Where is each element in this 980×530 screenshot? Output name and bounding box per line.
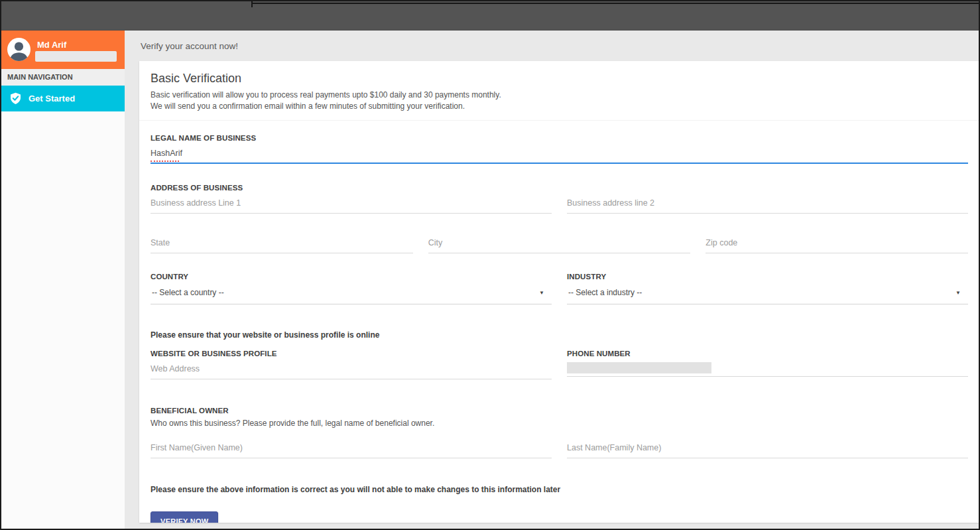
- owner-names-row: [151, 434, 968, 458]
- card-title: Basic Verification: [151, 72, 967, 86]
- legal-name-group: LEGAL NAME OF BUSINESS: [151, 134, 968, 164]
- verification-card: Basic Verification Basic verification wi…: [139, 61, 979, 523]
- card-description-line2: We will send you a confirmation email wi…: [151, 101, 967, 111]
- address-row-2: [151, 232, 968, 253]
- page-notice: Verify your account now!: [125, 31, 979, 61]
- address-row-1: [151, 192, 968, 214]
- zip-code-input[interactable]: [705, 232, 968, 253]
- chevron-down-icon: ▼: [539, 290, 544, 296]
- beneficial-owner-hint: Who owns this business? Please provide t…: [151, 419, 968, 428]
- verify-now-button[interactable]: VERIFY NOW: [151, 511, 218, 523]
- user-panel: Md Arif: [1, 31, 125, 69]
- background-window-edge-corner: [251, 1, 253, 7]
- country-label: COUNTRY: [151, 273, 552, 281]
- legal-name-input[interactable]: [151, 142, 968, 164]
- industry-select[interactable]: -- Select a industry -- ▼: [567, 281, 968, 304]
- sidebar-section-label: MAIN NAVIGATION: [1, 69, 125, 86]
- background-window-edge: [252, 3, 979, 4]
- final-warning-note: Please ensure the above information is c…: [151, 485, 968, 494]
- phone-input[interactable]: [567, 358, 968, 377]
- chevron-down-icon: ▼: [955, 290, 961, 296]
- verification-form: LEGAL NAME OF BUSINESS ADDRESS OF BUSINE…: [139, 134, 979, 523]
- legal-name-label: LEGAL NAME OF BUSINESS: [151, 134, 968, 142]
- country-select[interactable]: -- Select a country -- ▼: [151, 281, 552, 304]
- website-online-note: Please ensure that your website or busin…: [151, 330, 968, 340]
- sidebar: Md Arif MAIN NAVIGATION Get Started: [1, 31, 125, 529]
- beneficial-owner-label: BENEFICIAL OWNER: [151, 407, 968, 415]
- app-window: Md Arif MAIN NAVIGATION Get Started Veri…: [0, 0, 980, 530]
- user-avatar-icon: [7, 38, 31, 61]
- sidebar-item-get-started[interactable]: Get Started: [1, 86, 125, 111]
- card-header: Basic Verification Basic verification wi…: [139, 61, 979, 121]
- spellcheck-underline: [151, 161, 179, 162]
- user-name: Md Arif: [37, 40, 66, 50]
- phone-value-redacted: [567, 362, 711, 373]
- beneficial-owner-group: BENEFICIAL OWNER Who owns this business?…: [151, 407, 968, 458]
- selects-row: COUNTRY -- Select a country -- ▼ INDUSTR…: [151, 273, 968, 304]
- last-name-input[interactable]: [567, 434, 968, 458]
- main-content: Verify your account now! Basic Verificat…: [125, 31, 979, 529]
- country-selected-value: -- Select a country --: [152, 288, 224, 297]
- card-description-line1: Basic verification will allow you to pro…: [151, 90, 967, 100]
- state-input[interactable]: [151, 232, 413, 253]
- address-group: ADDRESS OF BUSINESS: [151, 184, 968, 253]
- user-subtitle-redacted: [35, 51, 117, 62]
- industry-selected-value: -- Select a industry --: [568, 288, 642, 297]
- address-line1-input[interactable]: [151, 192, 552, 214]
- address-line2-input[interactable]: [567, 192, 968, 214]
- website-input[interactable]: [151, 358, 552, 379]
- shield-check-icon: [9, 92, 22, 105]
- city-input[interactable]: [428, 232, 691, 253]
- address-label: ADDRESS OF BUSINESS: [151, 184, 968, 192]
- industry-label: INDUSTRY: [567, 273, 968, 281]
- top-bar: [1, 1, 979, 31]
- website-label: WEBSITE OR BUSINESS PROFILE: [151, 350, 552, 358]
- sidebar-item-label: Get Started: [29, 94, 75, 103]
- website-phone-row: WEBSITE OR BUSINESS PROFILE PHONE NUMBER: [151, 350, 968, 379]
- phone-label: PHONE NUMBER: [567, 350, 968, 358]
- first-name-input[interactable]: [151, 434, 552, 458]
